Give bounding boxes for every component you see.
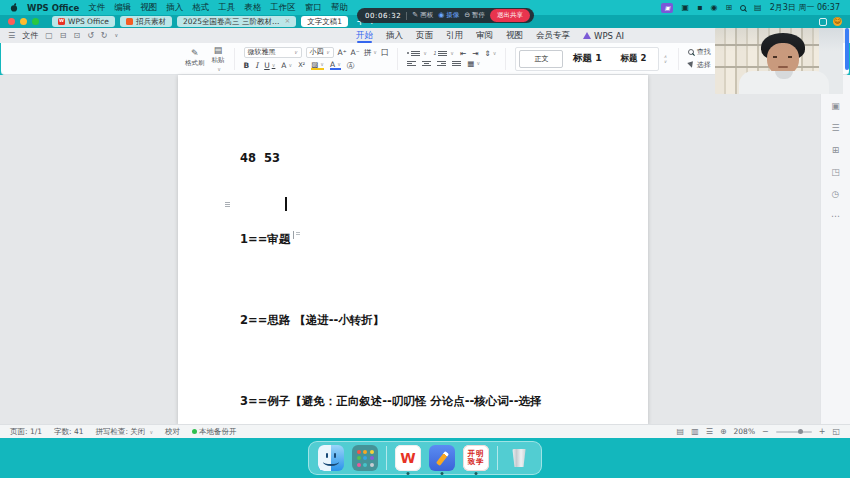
shading-button[interactable]: ▦ (467, 60, 480, 68)
paste-button[interactable]: ▤ 粘贴 (212, 46, 225, 72)
menu-insert[interactable]: 插入 (166, 2, 183, 14)
ribbon-tab-page[interactable]: 页面 (416, 28, 433, 43)
tab-material-doc[interactable]: 招兵素材 (120, 16, 172, 27)
dock-trash-icon[interactable] (506, 445, 532, 471)
phonetic-guide-button[interactable]: 拼 (364, 49, 377, 57)
fit-page-icon[interactable]: ⊕ (720, 427, 727, 436)
menu-table[interactable]: 表格 (244, 2, 261, 14)
menu-format[interactable]: 格式 (192, 2, 209, 14)
window-layout-icon[interactable] (819, 18, 827, 26)
tab-textbook-doc[interactable]: 2025全国卷高三 三阶教材… × (177, 16, 296, 27)
insert-pane-icon[interactable]: ⊞ (832, 145, 840, 155)
ribbon-tab-membership[interactable]: 会员专享 (536, 28, 570, 43)
zoom-in-button[interactable]: + (819, 427, 826, 436)
doc-line-3[interactable]: 2==思路 【递进--小转折】 (240, 307, 541, 334)
increase-font-button[interactable]: A⁺ (338, 49, 347, 57)
dock-launchpad-icon[interactable] (352, 445, 378, 471)
dock-wps-office-icon[interactable]: W (395, 445, 421, 471)
local-backup-status[interactable]: 本地备份开 (192, 427, 237, 437)
menu-view[interactable]: 视图 (140, 2, 157, 14)
menubar-clock[interactable]: 2月3日 周一 06:37 (770, 2, 840, 13)
window-minimize-button[interactable] (20, 18, 27, 25)
menu-tools[interactable]: 工具 (218, 2, 235, 14)
more-tools-icon[interactable]: ⋯ (831, 211, 840, 221)
zoom-percent[interactable]: 208% (734, 427, 755, 436)
hamburger-menu-icon[interactable]: ☰ (8, 32, 15, 40)
paragraph-handle-icon[interactable] (225, 202, 230, 207)
proofread-button[interactable]: 校对 (165, 427, 180, 437)
style-body-text[interactable]: 正文 (519, 50, 563, 68)
outline-view-icon[interactable]: ☰ (706, 427, 713, 436)
ribbon-tab-references[interactable]: 引用 (446, 28, 463, 43)
word-count[interactable]: 字数: 41 (54, 427, 83, 437)
font-name-select[interactable]: 微软雅黑 (244, 47, 302, 58)
doc-line-2[interactable]: 1==审题 (240, 226, 541, 253)
line-spacing-button[interactable]: ⇕ (484, 50, 496, 58)
italic-button[interactable]: I (255, 62, 258, 70)
print-layout-view-icon[interactable]: ▤ (677, 427, 685, 436)
control-center-icon[interactable]: ▤ (754, 4, 762, 12)
spellcheck-status[interactable]: 拼写检查: 关闭 (95, 427, 153, 437)
task-pane-icon[interactable]: ▣ (831, 101, 840, 111)
ribbon-tab-wps-ai[interactable]: WPS AI (583, 28, 624, 43)
history-icon[interactable]: ◷ (832, 189, 840, 199)
new-doc-icon[interactable]: ▢ (45, 32, 53, 40)
tab-wps-home[interactable]: W WPS Office (52, 16, 115, 27)
ribbon-tab-review[interactable]: 审阅 (476, 28, 493, 43)
menu-window[interactable]: 窗口 (305, 2, 322, 14)
doc-line-1[interactable]: 48 53 (240, 145, 541, 172)
style-gallery-arrows[interactable]: ∧∨ (661, 54, 668, 64)
document-page[interactable]: 48 53 1==审题 2==思路 【递进--小转折】 3==例子【避免：正向叙… (178, 75, 648, 424)
justify-button[interactable] (452, 61, 461, 66)
tab-close-icon[interactable]: × (284, 18, 290, 25)
zoom-slider[interactable] (776, 431, 812, 433)
ribbon-tab-home[interactable]: 开始 (356, 28, 373, 43)
annotate-button[interactable]: ✎ 画板 (412, 11, 433, 20)
decrease-indent-button[interactable]: ⇤ (460, 50, 466, 58)
menu-edit[interactable]: 编辑 (114, 2, 131, 14)
properties-icon[interactable]: ☰ (831, 123, 839, 133)
format-painter-button[interactable]: ✎ 格式刷 (185, 49, 205, 68)
menu-app-name[interactable]: WPS Office (27, 3, 79, 13)
underline-button[interactable]: U (264, 62, 275, 70)
window-zoom-button[interactable] (32, 18, 39, 25)
save-icon[interactable]: ⊡ (73, 32, 80, 40)
increase-indent-button[interactable]: ⇥ (472, 50, 478, 58)
font-color-button[interactable]: A (330, 61, 341, 71)
menu-file[interactable]: 文件 (88, 2, 105, 14)
doc-line-4[interactable]: 3==例子【避免：正向叙述--叨叨怪 分论点--核心词--选择 (240, 388, 541, 415)
character-border-button[interactable]: 囗 (381, 49, 389, 57)
highlight-color-button[interactable]: ▨ (311, 61, 324, 71)
spotlight-search-icon[interactable] (740, 5, 746, 11)
camera-button[interactable]: ◉ 摄像 (438, 11, 459, 20)
dock-annotation-app-icon[interactable] (429, 445, 455, 471)
strikethrough-button[interactable]: A (281, 62, 292, 70)
recording-app-icon[interactable]: ▣ (661, 3, 673, 13)
dock-kaiming-zhixue-icon[interactable]: 开明致学 (463, 445, 489, 471)
align-center-button[interactable] (422, 61, 431, 66)
style-heading-1[interactable]: 标题 1 (565, 50, 609, 68)
scrollbar-thumb[interactable] (845, 28, 849, 70)
apple-menu-icon[interactable] (10, 3, 18, 12)
screen-mirroring-icon[interactable]: ⊞ (725, 4, 732, 12)
enclose-characters-button[interactable]: Ⓐ (347, 62, 355, 70)
webcam-video-overlay[interactable] (715, 28, 843, 94)
resize-pane-icon[interactable]: ◳ (831, 167, 840, 177)
dock-finder-icon[interactable] (318, 445, 344, 471)
fullscreen-icon[interactable]: ◱ (832, 427, 840, 436)
display-icon[interactable]: ▣ (681, 4, 689, 12)
zoom-slider-thumb[interactable] (798, 429, 803, 434)
pause-button[interactable]: ⊖ 暂停 (464, 11, 485, 20)
phone-icon[interactable]: ◉ (710, 4, 717, 12)
align-left-button[interactable] (407, 61, 416, 66)
print-icon[interactable]: ⊟ (60, 32, 67, 40)
font-size-select[interactable]: 小四 (306, 47, 334, 58)
ribbon-tab-insert[interactable]: 插入 (386, 28, 403, 43)
status-dot-icon[interactable]: ▪ (697, 4, 702, 12)
zoom-out-button[interactable]: − (762, 427, 769, 436)
feedback-smiley-icon[interactable]: ☺ (833, 17, 842, 26)
bullet-list-button[interactable] (407, 50, 427, 56)
ribbon-tab-view[interactable]: 视图 (506, 28, 523, 43)
style-heading-2[interactable]: 标题 2 (611, 50, 655, 68)
menu-help[interactable]: 帮助 (331, 2, 348, 14)
